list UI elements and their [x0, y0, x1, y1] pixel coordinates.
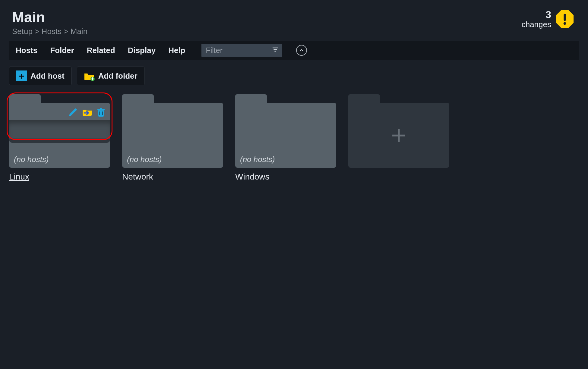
menu-bar: Hosts Folder Related Display Help — [9, 41, 579, 60]
page-title: Main — [12, 9, 87, 26]
menu-related[interactable]: Related — [87, 46, 115, 55]
changes-label: changes — [522, 20, 551, 29]
svg-rect-8 — [100, 108, 102, 109]
svg-point-2 — [564, 22, 566, 25]
add-folder-button[interactable]: Add folder — [77, 67, 144, 85]
folder-tile[interactable]: (no hosts) — [9, 94, 110, 168]
menu-help[interactable]: Help — [168, 46, 185, 55]
move-to-folder-icon[interactable] — [82, 108, 92, 118]
breadcrumb-sep: > — [64, 27, 70, 36]
folder-label[interactable]: Linux — [9, 172, 29, 182]
folder-tile[interactable]: (no hosts) — [235, 94, 336, 168]
folder-add-icon — [84, 72, 95, 80]
folder-label[interactable]: Network — [122, 172, 153, 182]
trash-icon[interactable] — [96, 108, 106, 118]
add-folder-label: Add folder — [98, 71, 138, 81]
add-host-label: Add host — [30, 71, 65, 81]
breadcrumb-item[interactable]: Hosts — [42, 27, 62, 36]
svg-rect-1 — [564, 14, 566, 21]
warning-icon — [555, 10, 574, 28]
folder-label[interactable]: Windows — [235, 172, 270, 182]
folder-empty-text: (no hosts) — [127, 155, 162, 164]
pending-changes-button[interactable]: 3 changes — [522, 9, 574, 29]
collapse-toggle[interactable] — [296, 45, 307, 56]
filter-icon[interactable] — [272, 46, 279, 55]
edit-icon[interactable] — [68, 108, 78, 118]
breadcrumb-sep: > — [35, 27, 41, 36]
svg-rect-7 — [97, 109, 105, 110]
folder-grid: (no hosts) — [9, 94, 579, 182]
changes-count: 3 — [545, 9, 551, 20]
folder-tile[interactable]: (no hosts) — [122, 94, 223, 168]
folder-empty-text: (no hosts) — [14, 155, 49, 164]
menu-hosts[interactable]: Hosts — [16, 46, 37, 55]
menu-folder[interactable]: Folder — [50, 46, 74, 55]
folder-empty-text: (no hosts) — [240, 155, 275, 164]
breadcrumb-item[interactable]: Setup — [12, 27, 33, 36]
breadcrumb-item: Main — [71, 27, 87, 36]
menu-display[interactable]: Display — [128, 46, 156, 55]
filter-input[interactable] — [201, 44, 282, 57]
add-host-button[interactable]: + Add host — [9, 67, 71, 85]
breadcrumb: Setup > Hosts > Main — [12, 27, 87, 36]
plus-icon: + — [16, 70, 27, 81]
create-folder-tile[interactable]: + — [348, 94, 449, 168]
